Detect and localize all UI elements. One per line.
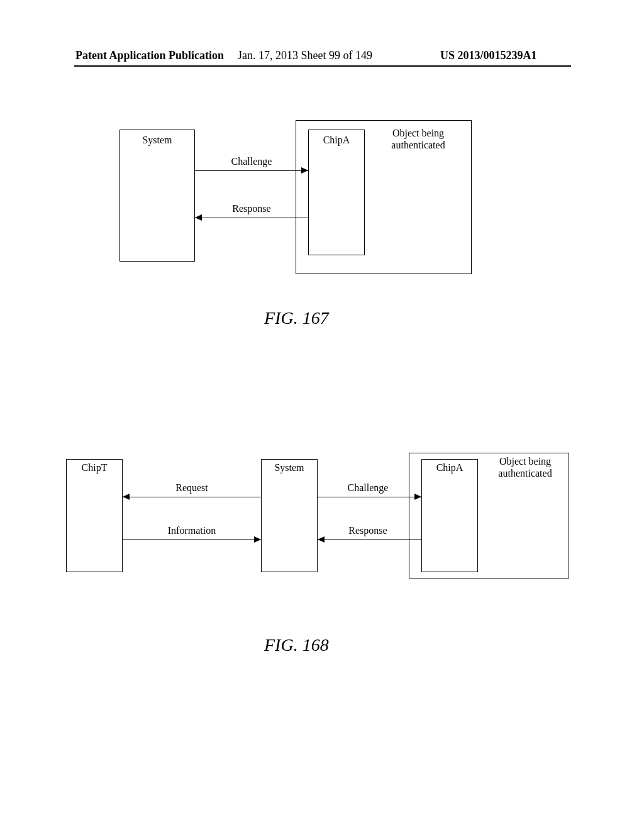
- arrowhead-right-icon: [301, 167, 308, 174]
- request-arrow: [123, 497, 261, 497]
- chipa-box: [421, 459, 478, 572]
- chipt-box: [66, 459, 123, 572]
- arrowhead-right-icon: [414, 494, 421, 500]
- figure-167-caption: FIG. 167: [264, 308, 329, 328]
- arrowhead-left-icon: [318, 536, 325, 543]
- request-label: Request: [135, 482, 248, 494]
- response-arrow: [318, 540, 421, 540]
- arrowhead-right-icon: [254, 536, 261, 543]
- system-label: System: [119, 135, 195, 146]
- object-label: Object being authenticated: [368, 127, 469, 151]
- header-rule: [74, 65, 571, 67]
- chipa-label: ChipA: [308, 135, 365, 146]
- arrowhead-left-icon: [195, 214, 202, 221]
- object-label: Object being authenticated: [481, 455, 569, 479]
- chipa-box: [308, 130, 365, 255]
- challenge-label: Challenge: [201, 156, 302, 167]
- chipt-label: ChipT: [66, 462, 123, 473]
- chipa-label: ChipA: [421, 462, 478, 473]
- challenge-arrow: [195, 170, 308, 171]
- header-right: US 2013/0015239A1: [440, 49, 537, 62]
- header-center: Jan. 17, 2013 Sheet 99 of 149: [238, 49, 372, 62]
- information-arrow: [123, 540, 261, 540]
- figure-167: System ChipA Object being authenticated …: [119, 117, 478, 280]
- patent-page: Patent Application Publication Jan. 17, …: [0, 0, 644, 830]
- arrowhead-left-icon: [123, 494, 130, 500]
- system-label: System: [261, 462, 318, 473]
- challenge-label: Challenge: [318, 482, 418, 494]
- response-label: Response: [201, 203, 302, 214]
- figure-168: ChipT System ChipA Object being authenti…: [66, 446, 569, 591]
- system-box: [119, 130, 195, 262]
- figure-168-caption: FIG. 168: [264, 635, 329, 655]
- header-left: Patent Application Publication: [75, 49, 224, 62]
- response-arrow: [195, 218, 308, 218]
- response-label: Response: [318, 525, 418, 536]
- system-box: [261, 459, 318, 572]
- information-label: Information: [135, 525, 248, 536]
- challenge-arrow: [318, 497, 421, 497]
